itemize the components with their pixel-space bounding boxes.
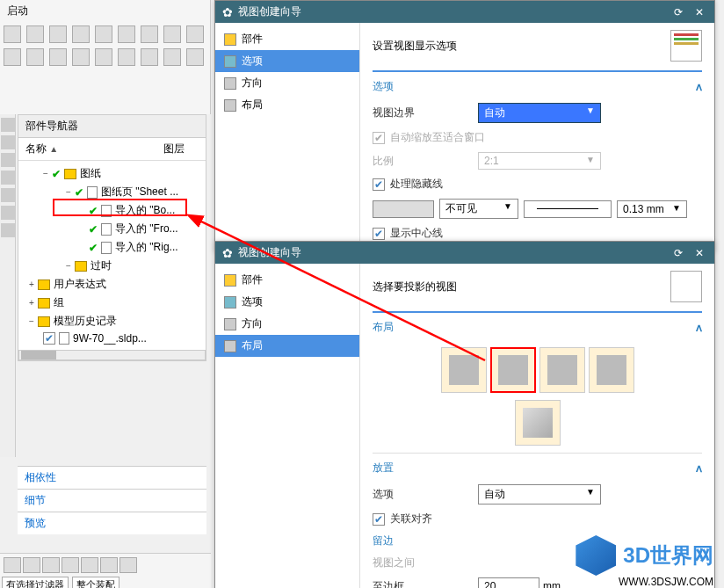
wnav-option[interactable]: 选项 [215,50,359,72]
filter-icon[interactable] [4,557,21,573]
checkbox-hidden-line[interactable]: ✔ [373,178,385,191]
filter-icon[interactable] [119,557,137,573]
cube-icon [224,274,236,287]
folder-icon [75,261,87,272]
filter-icon[interactable] [42,557,60,573]
side-tool-icon[interactable] [1,206,15,220]
assembly-filter[interactable]: 整个装配 [72,577,119,588]
tree-sldp[interactable]: ✔ 9W-70__.sldp... [22,330,202,346]
filter-icon[interactable] [62,557,79,573]
tool-icon[interactable] [26,48,44,66]
combo-ratio: 2:1▼ [478,152,601,170]
tree-user-expr[interactable]: + 用户表达式 [22,275,202,294]
tool-icon[interactable] [4,48,21,66]
layout-option-3[interactable] [539,347,585,393]
folder-icon [38,279,50,290]
reset-icon[interactable]: ⟳ [670,6,686,18]
tool-icon[interactable] [141,48,158,66]
side-tool-icon[interactable] [1,188,15,202]
start-label[interactable]: 启动 [0,0,210,22]
side-tool-icon[interactable] [1,223,15,237]
input-to-border[interactable]: 20 [478,577,539,588]
tool-icon[interactable] [141,25,158,43]
tool-icon[interactable] [118,25,135,43]
tool-icon[interactable] [95,48,112,66]
combo-option[interactable]: 自动▼ [478,484,601,505]
label-auto-scale: 自动缩放至适合窗口 [390,130,496,145]
tab-dependency[interactable]: 相依性 [18,466,206,489]
tool-icon[interactable] [49,25,67,43]
side-tool-icon[interactable] [1,118,15,132]
col-layer[interactable]: 图层 [163,142,199,156]
tool-icon[interactable] [118,48,135,66]
close-icon[interactable]: ✕ [691,6,707,18]
chevron-up-icon[interactable]: ʌ [696,462,702,475]
filter-icon[interactable] [81,557,98,573]
wnav-orient[interactable]: 方向 [215,313,359,335]
close-icon[interactable]: ✕ [691,247,707,259]
side-tool-icon[interactable] [1,153,15,167]
tool-icon[interactable] [163,48,181,66]
wizard-desc: 设置视图显示选项 [373,39,457,54]
checkbox-show-center[interactable]: ✔ [373,228,385,240]
view-wizard-2: ✿ 视图创建向导 ⟳ ✕ 部件 选项 方向 布局 选择要投影的视图 布局ʌ [214,241,715,588]
layout-option-2[interactable] [490,347,536,393]
layout-option-4[interactable] [589,347,634,393]
tool-icon[interactable] [26,25,44,43]
wnav-orient[interactable]: 方向 [215,72,359,94]
tree-obsolete[interactable]: − 过时 [22,257,202,275]
tool-icon[interactable] [95,25,112,43]
chevron-up-icon[interactable]: ʌ [696,81,702,93]
selection-filter[interactable]: 有选择过滤器 [2,577,69,588]
unit-mm: mm [543,580,561,588]
tool-icon[interactable] [186,25,204,43]
line-style[interactable] [524,200,612,218]
tree-import-rig[interactable]: ✔ 导入的 "Rig... [22,238,202,257]
label-view-boundary: 视图边界 [373,105,478,120]
checkbox-relate-align[interactable]: ✔ [373,513,385,526]
chevron-up-icon[interactable]: ʌ [696,322,702,334]
folder-icon [38,316,50,327]
tree-import-fro[interactable]: ✔ 导入的 "Fro... [22,220,202,238]
wnav-part[interactable]: 部件 [215,269,359,291]
tool-icon[interactable] [4,25,21,43]
layout-option-1[interactable] [441,347,487,393]
combo-invisible[interactable]: 不可见▼ [439,199,518,219]
tab-detail[interactable]: 细节 [18,489,206,512]
wnav-layout[interactable]: 布局 [215,94,359,116]
filter-icon[interactable] [100,557,118,573]
part-icon [59,332,69,345]
section-layout[interactable]: 布局 [373,320,394,335]
tool-icon[interactable] [163,25,181,43]
label-option: 选项 [373,487,478,502]
filter-icon[interactable] [23,557,40,573]
wnav-layout[interactable]: 布局 [215,335,359,357]
wnav-option[interactable]: 选项 [215,291,359,313]
side-tool-icon[interactable] [1,171,15,185]
reset-icon[interactable]: ⟳ [670,247,686,259]
cube-icon [224,33,236,46]
tree-group[interactable]: + 组 [22,294,202,312]
layout-option-5[interactable] [515,400,561,446]
tab-preview[interactable]: 预览 [18,512,206,534]
color-swatch[interactable] [373,200,434,218]
label-margin: 留边 [373,534,478,548]
part-navigator: 部件导航器 名称 ▲ 图层 −✔ 图纸 −✔ 图纸页 "Sheet ... ✔ … [18,114,206,361]
tool-icon[interactable] [49,48,67,66]
wnav-part[interactable]: 部件 [215,28,359,50]
tree-history[interactable]: − 模型历史记录 [22,312,202,330]
tool-icon[interactable] [72,48,90,66]
tool-icon[interactable] [186,48,204,66]
col-name[interactable]: 名称 [25,142,47,155]
side-tool-icon[interactable] [1,135,15,149]
combo-view-boundary[interactable]: 自动▼ [478,103,601,123]
hscrollbar[interactable] [18,350,206,360]
wizard-desc: 选择要投影的视图 [373,279,457,294]
section-options[interactable]: 选项 [373,79,394,94]
tool-icon[interactable] [72,25,90,43]
combo-line-weight[interactable]: 0.13 mm▼ [617,200,687,218]
checkbox-auto-scale: ✔ [373,132,385,144]
label-ratio: 比例 [373,154,478,169]
tree-root[interactable]: −✔ 图纸 [22,164,202,183]
section-place[interactable]: 放置 [373,461,394,475]
